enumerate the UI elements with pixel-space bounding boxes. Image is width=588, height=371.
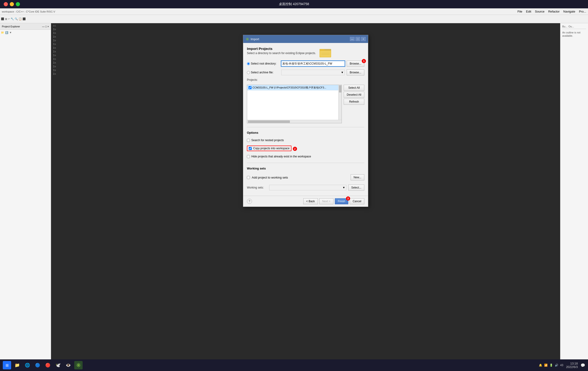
refresh-button[interactable]: Refresh xyxy=(344,99,364,105)
back-button[interactable]: < Back xyxy=(303,198,318,204)
archive-file-label[interactable]: Select archive file: xyxy=(247,71,279,74)
browse-root-button[interactable]: Browse... 1 xyxy=(347,61,364,67)
deselect-all-button[interactable]: Deselect All xyxy=(344,92,364,98)
section-divider-1 xyxy=(247,127,364,127)
dialog-header-text: Import Projects Select a directory to se… xyxy=(247,47,316,55)
vscroll-thumb[interactable] xyxy=(339,85,341,92)
menu-source[interactable]: Source xyxy=(535,10,544,13)
taskbar-icon6[interactable]: 👁️ xyxy=(64,361,72,369)
close-button[interactable] xyxy=(4,2,8,6)
root-directory-radio[interactable] xyxy=(247,62,250,65)
bluetooth-icon[interactable]: 📶 xyxy=(544,364,548,367)
sidebar-icon3[interactable]: ▼ xyxy=(9,31,12,34)
network-icon[interactable]: 🔔 xyxy=(539,364,542,367)
project-checkbox-0[interactable] xyxy=(249,86,252,89)
hide-existing-label[interactable]: Hide projects that already exist in the … xyxy=(251,155,311,158)
menu-navigate[interactable]: Navigate xyxy=(563,10,575,13)
browse-archive-button[interactable]: Browse... xyxy=(347,69,364,75)
ide-content: cc In In In In In In In In In In In In I… xyxy=(51,23,560,359)
working-sets-input[interactable]: ▼ xyxy=(269,185,346,190)
projects-vscroll[interactable] xyxy=(338,85,342,120)
dialog-restore-btn[interactable]: □ xyxy=(356,37,360,41)
add-working-sets-row: Add project to working sets New... xyxy=(247,174,364,180)
taskbar-time[interactable]: 13:18 2022/6/3 xyxy=(566,362,578,369)
menu-pro[interactable]: Pro... xyxy=(579,10,586,13)
root-directory-row: Select root directory: Browse... 1 xyxy=(247,61,364,67)
section-divider-2 xyxy=(247,163,364,163)
taskbar-icon5[interactable]: 🕊️ xyxy=(54,361,62,369)
title-bar-buttons[interactable] xyxy=(4,2,20,6)
svg-rect-3 xyxy=(320,51,331,57)
outline-tab[interactable]: Ou... xyxy=(568,25,574,28)
dialog-footer: ? < Back Next > Finish 3 Cancel xyxy=(243,196,368,207)
taskbar-start[interactable]: ⊞ xyxy=(3,361,11,369)
new-working-set-button[interactable]: New... xyxy=(351,174,364,180)
options-title: Options xyxy=(247,131,364,134)
search-nested-checkbox[interactable] xyxy=(247,139,250,142)
taskbar-icon4[interactable]: 🔴 xyxy=(44,361,52,369)
dialog-close-btn[interactable]: × xyxy=(361,37,366,41)
taskbar-chrome[interactable]: 🔵 xyxy=(33,361,42,369)
archive-file-combo[interactable]: ▼ xyxy=(281,70,345,75)
copy-projects-checkbox[interactable] xyxy=(249,147,252,150)
notification-icon[interactable]: 💬 xyxy=(581,363,585,368)
dialog-titlebar: ✳️ Import — □ × xyxy=(243,35,368,43)
sidebar-controls[interactable]: — □ × xyxy=(42,25,49,28)
sidebar-maximize-btn[interactable]: □ xyxy=(45,25,47,28)
volume-icon[interactable]: 🔊 xyxy=(555,364,558,367)
taskbar-sys-icons: 🔔 📶 🔋 🔊 43 xyxy=(539,364,563,367)
menu-refactor[interactable]: Refactor xyxy=(548,10,559,13)
add-working-sets-label[interactable]: Add project to working sets xyxy=(252,176,288,179)
sidebar-icon2[interactable]: ⬇️ xyxy=(5,31,8,34)
sidebar-close-btn[interactable]: × xyxy=(48,25,49,28)
ide-window-title: workspace - C/C++ - C*Core IDE Suite RIS… xyxy=(2,10,55,13)
projects-buttons: Select All Deselect All Refresh xyxy=(344,85,364,123)
project-item-0[interactable]: CCM3310S-L_FW (I:\Projects\CF3310\CF3310… xyxy=(247,85,338,91)
hide-existing-row: Hide projects that already exist in the … xyxy=(247,155,364,158)
right-panel-tabs: Bu... Ou... xyxy=(562,25,586,29)
working-sets-select-row: Working sets: ▼ Select... xyxy=(247,185,364,191)
copy-projects-label[interactable]: Copy projects into workspace xyxy=(253,147,290,150)
taskbar-file-manager[interactable]: 📁 xyxy=(13,361,21,369)
archive-file-radio[interactable] xyxy=(247,71,250,74)
ide-right-panel: Bu... Ou... An outline is not available. xyxy=(560,23,588,359)
finish-button-wrapper: Finish 3 xyxy=(335,198,348,204)
sidebar-title: Project Explorer xyxy=(2,25,20,28)
search-nested-label[interactable]: Search for nested projects xyxy=(251,138,284,142)
root-directory-label[interactable]: Select root directory: xyxy=(247,62,279,65)
dialog-titlebar-left: ✳️ Import xyxy=(245,37,259,41)
sidebar-minimize-btn[interactable]: — xyxy=(42,25,44,28)
menu-file[interactable]: File xyxy=(517,10,522,13)
taskbar-ide-icon[interactable]: ✳️ xyxy=(74,361,83,369)
help-button[interactable]: ? xyxy=(247,199,252,204)
projects-wrap-inner: CCM3310S-L_FW (I:\Projects\CF3310\CF3310… xyxy=(247,85,342,120)
projects-hscroll[interactable] xyxy=(247,120,342,123)
dialog-title-icon: ✳️ xyxy=(245,37,249,41)
root-directory-input[interactable] xyxy=(281,61,345,66)
minimize-button[interactable] xyxy=(10,2,14,6)
sidebar-header: Project Explorer — □ × xyxy=(0,23,51,30)
add-working-sets-checkbox[interactable] xyxy=(247,176,250,179)
cancel-button[interactable]: Cancel xyxy=(350,198,364,204)
menu-edit[interactable]: Edit xyxy=(526,10,531,13)
working-sets-label: Working sets: xyxy=(247,186,267,189)
archive-file-row: Select archive file: ▼ Browse... xyxy=(247,69,364,75)
taskbar-browser[interactable]: 🌐 xyxy=(23,361,32,369)
title-bar: 桌面控制 420794758 xyxy=(0,0,588,8)
next-button[interactable]: Next > xyxy=(319,198,334,204)
battery-icon[interactable]: 🔋 xyxy=(549,364,553,367)
projects-area: CCM3310S-L_FW (I:\Projects\CF3310\CF3310… xyxy=(247,85,364,123)
hscroll-thumb[interactable] xyxy=(248,120,290,123)
dialog-minimize-btn[interactable]: — xyxy=(350,37,355,41)
build-tab[interactable]: Bu... xyxy=(562,25,567,28)
sidebar-toolbar: 📁 ⬇️ ▼ xyxy=(1,31,50,34)
copy-projects-badge: 2 xyxy=(293,147,297,151)
sidebar-icon1[interactable]: 📁 xyxy=(1,31,4,34)
maximize-button[interactable] xyxy=(16,2,20,6)
hide-existing-checkbox[interactable] xyxy=(247,155,250,158)
select-working-set-button[interactable]: Select... xyxy=(348,185,364,191)
projects-list-inner[interactable]: CCM3310S-L_FW (I:\Projects\CF3310\CF3310… xyxy=(247,85,338,120)
dialog-title-text: Import xyxy=(251,37,259,41)
dialog-titlebar-right[interactable]: — □ × xyxy=(350,37,366,41)
select-all-button[interactable]: Select All xyxy=(344,85,364,91)
